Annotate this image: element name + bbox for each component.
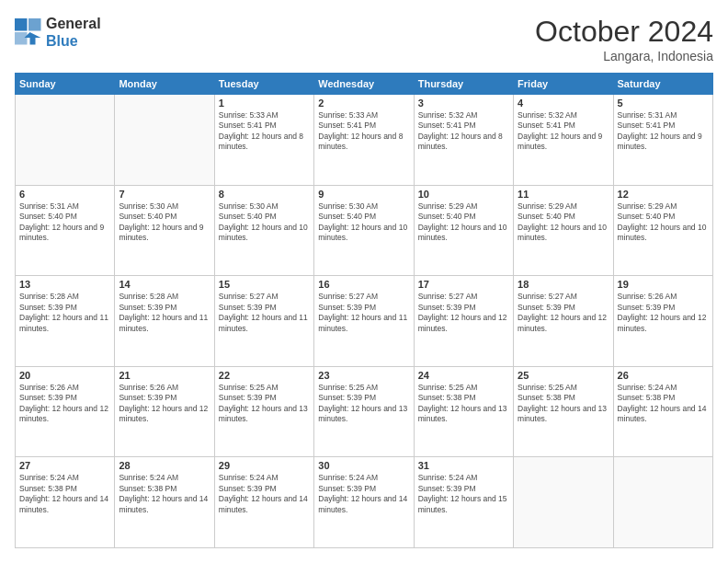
page: General Blue October 2024 Langara, Indon…: [0, 0, 728, 563]
calendar-cell: 24Sunrise: 5:25 AM Sunset: 5:38 PM Dayli…: [414, 366, 513, 457]
weekday-header-saturday: Saturday: [613, 74, 712, 95]
day-info: Sunrise: 5:24 AM Sunset: 5:39 PM Dayligh…: [318, 473, 409, 515]
calendar-cell: 25Sunrise: 5:25 AM Sunset: 5:38 PM Dayli…: [514, 366, 613, 457]
day-number: 25: [518, 370, 609, 381]
calendar-week-2: 6Sunrise: 5:31 AM Sunset: 5:40 PM Daylig…: [16, 185, 713, 276]
day-info: Sunrise: 5:28 AM Sunset: 5:39 PM Dayligh…: [119, 292, 210, 334]
day-number: 14: [119, 279, 210, 290]
day-info: Sunrise: 5:29 AM Sunset: 5:40 PM Dayligh…: [618, 201, 709, 244]
calendar-cell: 20Sunrise: 5:26 AM Sunset: 5:39 PM Dayli…: [16, 366, 115, 457]
day-number: 10: [418, 189, 509, 200]
calendar-cell: 8Sunrise: 5:30 AM Sunset: 5:40 PM Daylig…: [214, 185, 313, 276]
svg-rect-0: [15, 18, 28, 31]
calendar-cell: 26Sunrise: 5:24 AM Sunset: 5:38 PM Dayli…: [613, 366, 712, 457]
day-info: Sunrise: 5:25 AM Sunset: 5:38 PM Dayligh…: [418, 383, 509, 425]
logo-icon: [15, 18, 42, 46]
calendar-cell: [115, 95, 214, 186]
day-number: 3: [418, 98, 509, 109]
calendar-week-4: 20Sunrise: 5:26 AM Sunset: 5:39 PM Dayli…: [16, 366, 713, 457]
day-info: Sunrise: 5:33 AM Sunset: 5:41 PM Dayligh…: [219, 110, 310, 153]
day-info: Sunrise: 5:24 AM Sunset: 5:38 PM Dayligh…: [119, 473, 210, 515]
day-info: Sunrise: 5:24 AM Sunset: 5:39 PM Dayligh…: [219, 473, 310, 515]
day-info: Sunrise: 5:27 AM Sunset: 5:39 PM Dayligh…: [318, 292, 409, 334]
day-number: 7: [119, 189, 210, 200]
day-number: 2: [318, 98, 409, 109]
calendar-cell: 1Sunrise: 5:33 AM Sunset: 5:41 PM Daylig…: [214, 95, 313, 186]
svg-rect-1: [28, 18, 41, 31]
calendar-cell: 10Sunrise: 5:29 AM Sunset: 5:40 PM Dayli…: [414, 185, 513, 276]
title-block: October 2024 Langara, Indonesia: [535, 15, 713, 63]
day-number: 11: [518, 189, 609, 200]
day-number: 22: [219, 370, 310, 381]
calendar-cell: 23Sunrise: 5:25 AM Sunset: 5:39 PM Dayli…: [314, 366, 414, 457]
calendar-cell: 19Sunrise: 5:26 AM Sunset: 5:39 PM Dayli…: [613, 276, 712, 367]
day-info: Sunrise: 5:24 AM Sunset: 5:38 PM Dayligh…: [19, 473, 110, 515]
day-number: 6: [19, 189, 110, 200]
day-number: 27: [19, 460, 110, 471]
logo-line2: Blue: [46, 32, 101, 50]
logo-line1: General: [46, 15, 101, 32]
day-number: 5: [618, 98, 709, 109]
location: Langara, Indonesia: [535, 49, 713, 63]
calendar-cell: 7Sunrise: 5:30 AM Sunset: 5:40 PM Daylig…: [115, 185, 214, 276]
day-info: Sunrise: 5:28 AM Sunset: 5:39 PM Dayligh…: [19, 292, 110, 334]
calendar-week-1: 1Sunrise: 5:33 AM Sunset: 5:41 PM Daylig…: [16, 95, 713, 186]
day-number: 30: [318, 460, 409, 471]
day-number: 23: [318, 370, 409, 381]
svg-rect-2: [15, 32, 28, 45]
weekday-header-thursday: Thursday: [414, 74, 513, 95]
calendar-week-3: 13Sunrise: 5:28 AM Sunset: 5:39 PM Dayli…: [16, 276, 713, 367]
calendar-cell: [16, 95, 115, 186]
header: General Blue October 2024 Langara, Indon…: [15, 15, 713, 63]
day-info: Sunrise: 5:31 AM Sunset: 5:41 PM Dayligh…: [618, 110, 709, 153]
calendar-cell: 9Sunrise: 5:30 AM Sunset: 5:40 PM Daylig…: [314, 185, 414, 276]
calendar-cell: 13Sunrise: 5:28 AM Sunset: 5:39 PM Dayli…: [16, 276, 115, 367]
day-info: Sunrise: 5:24 AM Sunset: 5:38 PM Dayligh…: [618, 383, 709, 425]
weekday-header-row: SundayMondayTuesdayWednesdayThursdayFrid…: [16, 74, 713, 95]
calendar-cell: 31Sunrise: 5:24 AM Sunset: 5:39 PM Dayli…: [414, 457, 513, 548]
day-info: Sunrise: 5:26 AM Sunset: 5:39 PM Dayligh…: [618, 292, 709, 334]
day-number: 21: [119, 370, 210, 381]
day-info: Sunrise: 5:26 AM Sunset: 5:39 PM Dayligh…: [119, 383, 210, 425]
calendar-cell: 2Sunrise: 5:33 AM Sunset: 5:41 PM Daylig…: [314, 95, 414, 186]
calendar-cell: 12Sunrise: 5:29 AM Sunset: 5:40 PM Dayli…: [613, 185, 712, 276]
logo: General Blue: [15, 15, 101, 50]
day-number: 24: [418, 370, 509, 381]
day-number: 8: [219, 189, 310, 200]
calendar-cell: 16Sunrise: 5:27 AM Sunset: 5:39 PM Dayli…: [314, 276, 414, 367]
calendar-cell: 4Sunrise: 5:32 AM Sunset: 5:41 PM Daylig…: [514, 95, 613, 186]
day-info: Sunrise: 5:31 AM Sunset: 5:40 PM Dayligh…: [19, 201, 110, 244]
day-info: Sunrise: 5:32 AM Sunset: 5:41 PM Dayligh…: [518, 110, 609, 153]
day-number: 29: [219, 460, 310, 471]
day-number: 12: [618, 189, 709, 200]
calendar-cell: 6Sunrise: 5:31 AM Sunset: 5:40 PM Daylig…: [16, 185, 115, 276]
day-number: 17: [418, 279, 509, 290]
day-info: Sunrise: 5:25 AM Sunset: 5:38 PM Dayligh…: [518, 383, 609, 425]
day-info: Sunrise: 5:27 AM Sunset: 5:39 PM Dayligh…: [418, 292, 509, 334]
calendar-cell: 29Sunrise: 5:24 AM Sunset: 5:39 PM Dayli…: [214, 457, 313, 548]
day-number: 13: [19, 279, 110, 290]
month-title: October 2024: [535, 15, 713, 49]
calendar-cell: [613, 457, 712, 548]
calendar-cell: 18Sunrise: 5:27 AM Sunset: 5:39 PM Dayli…: [514, 276, 613, 367]
day-info: Sunrise: 5:25 AM Sunset: 5:39 PM Dayligh…: [219, 383, 310, 425]
calendar-cell: 5Sunrise: 5:31 AM Sunset: 5:41 PM Daylig…: [613, 95, 712, 186]
day-number: 4: [518, 98, 609, 109]
day-number: 20: [19, 370, 110, 381]
day-info: Sunrise: 5:25 AM Sunset: 5:39 PM Dayligh…: [318, 383, 409, 425]
day-info: Sunrise: 5:27 AM Sunset: 5:39 PM Dayligh…: [219, 292, 310, 334]
day-info: Sunrise: 5:33 AM Sunset: 5:41 PM Dayligh…: [318, 110, 409, 153]
calendar-cell: 3Sunrise: 5:32 AM Sunset: 5:41 PM Daylig…: [414, 95, 513, 186]
calendar-cell: 28Sunrise: 5:24 AM Sunset: 5:38 PM Dayli…: [115, 457, 214, 548]
day-number: 31: [418, 460, 509, 471]
logo-text: General Blue: [46, 15, 101, 50]
day-info: Sunrise: 5:29 AM Sunset: 5:40 PM Dayligh…: [418, 201, 509, 244]
calendar-cell: 15Sunrise: 5:27 AM Sunset: 5:39 PM Dayli…: [214, 276, 313, 367]
day-number: 28: [119, 460, 210, 471]
calendar-cell: 21Sunrise: 5:26 AM Sunset: 5:39 PM Dayli…: [115, 366, 214, 457]
calendar: SundayMondayTuesdayWednesdayThursdayFrid…: [15, 73, 713, 548]
day-info: Sunrise: 5:29 AM Sunset: 5:40 PM Dayligh…: [518, 201, 609, 244]
day-info: Sunrise: 5:26 AM Sunset: 5:39 PM Dayligh…: [19, 383, 110, 425]
day-info: Sunrise: 5:30 AM Sunset: 5:40 PM Dayligh…: [119, 201, 210, 244]
calendar-cell: [514, 457, 613, 548]
